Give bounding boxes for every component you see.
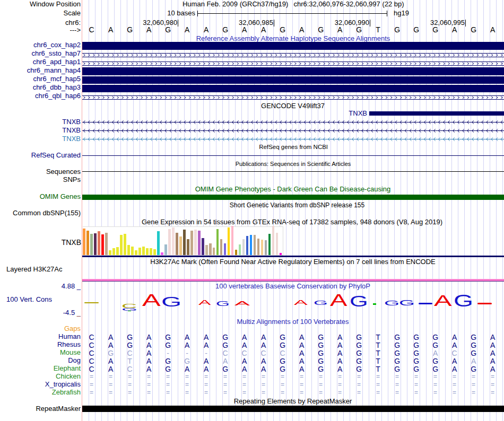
svg-text:A: A [198,299,212,306]
svg-text:A: A [142,291,161,310]
svg-text:G: G [314,300,328,306]
svg-text:G: G [399,298,415,307]
svg-text:G: G [161,294,181,310]
svg-text:G: G [350,292,368,310]
svg-text:A: A [434,292,452,309]
svg-text:A: A [330,291,347,310]
svg-text:G: G [216,300,230,308]
svg-text:A: A [234,301,250,306]
svg-text:G: G [384,300,399,307]
svg-text:G: G [454,292,473,310]
svg-text:A: A [294,299,309,306]
